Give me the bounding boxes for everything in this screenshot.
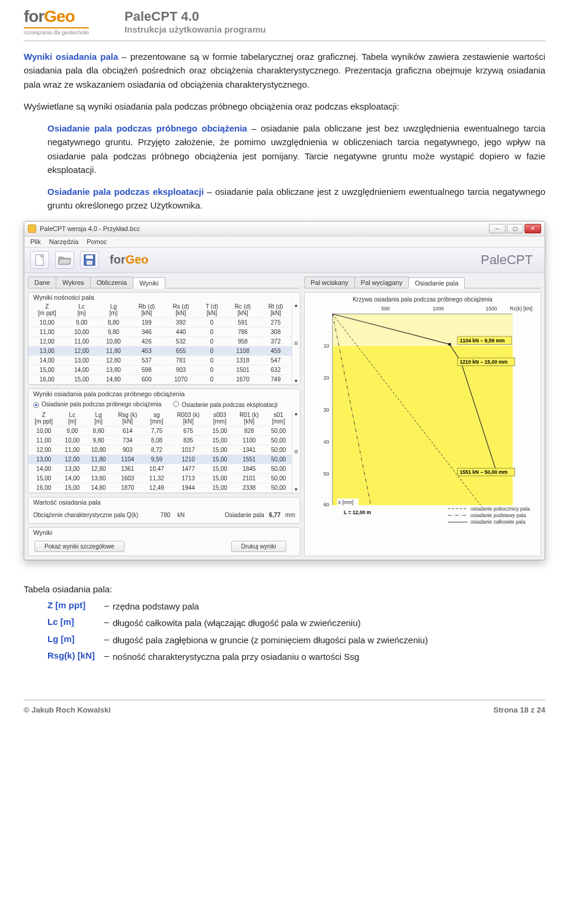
table-cell: 13,80: [98, 365, 130, 374]
minimize-button[interactable]: ─: [489, 224, 506, 233]
table-row[interactable]: 14,0013,0012,80136110,47147715,00184550,…: [28, 464, 292, 473]
tab-wyciagany[interactable]: Pal wyciągany: [354, 277, 409, 288]
table-row[interactable]: 13,0012,0011,8045365501108459: [28, 346, 292, 355]
table-row[interactable]: 12,0011,0010,804265320958372: [28, 336, 292, 346]
table-cell: 15,00: [28, 365, 66, 374]
table-cell: 14,00: [59, 473, 85, 483]
table-cell: 15,00: [207, 445, 233, 454]
window-title: PaleCPT wersja 4.0 - Przykład.bcc: [40, 225, 140, 232]
maximize-button[interactable]: ▢: [507, 224, 523, 233]
table-cell: 50,00: [266, 483, 292, 492]
menu-file[interactable]: Plik: [30, 238, 41, 245]
def-desc: nośność charakterystyczna pala przy osia…: [113, 650, 545, 664]
table1-scrollbar[interactable]: ▲≡▼: [292, 302, 300, 384]
table-cell: 655: [164, 346, 198, 355]
menu-help[interactable]: Pomoc: [87, 238, 107, 245]
tab-osiadanie[interactable]: Osiadanie pala: [408, 277, 465, 288]
def-term: Lg [m]: [24, 634, 101, 644]
details-button[interactable]: Pokaż wyniki szczegółowe: [34, 541, 124, 552]
table-cell: 9,59: [143, 454, 170, 464]
new-button[interactable]: [30, 251, 49, 269]
save-button[interactable]: [80, 251, 99, 269]
table-row[interactable]: 15,0014,0013,8059890301501632: [28, 365, 292, 374]
table-cell: 10,00: [66, 327, 98, 336]
toolbar-logo: forGeo: [110, 253, 149, 267]
y-tick-10: 10: [324, 343, 330, 349]
menubar: Plik Narzędzia Pomoc: [24, 236, 545, 248]
table-cell: 9,80: [98, 327, 130, 336]
floppy-icon: [84, 254, 95, 266]
subparagraph-2: Osiadanie pala podczas eksploatacji – os…: [47, 185, 545, 213]
def-dash: –: [101, 600, 113, 610]
table-cell: 0: [198, 327, 226, 336]
table-cell: 1108: [226, 346, 260, 355]
table-row[interactable]: 16,0015,0014,80187012,49194415,00233850,…: [28, 483, 292, 492]
table-row[interactable]: 11,0010,009,807348,0883515,00110050,00: [28, 435, 292, 445]
table-cell: 15,00: [207, 426, 233, 435]
table-cell: 1100: [233, 435, 266, 445]
table-row[interactable]: 10,009,008,806147,7567515,0082850,00: [28, 426, 292, 435]
table-cell: 734: [111, 435, 143, 445]
tab-dane[interactable]: Dane: [28, 277, 56, 288]
table-cell: 50,00: [266, 435, 292, 445]
table-cell: 1210: [170, 454, 207, 464]
table-cell: 50,00: [266, 445, 292, 454]
table-cell: 10,80: [98, 336, 130, 346]
svg-rect-3: [87, 261, 92, 265]
table-row[interactable]: 10,009,008,801993920591275: [28, 317, 292, 327]
table-nosnosc: Z[m ppt]Lc[m]Lg[m]Rb (d)[kN]Rs (d)[kN]T …: [28, 302, 292, 384]
table-cell: 8,80: [98, 317, 130, 327]
radio-eksploatacja[interactable]: Osiadanie pala podczas eksploatacji: [173, 401, 277, 408]
table-cell: 15,00: [207, 483, 233, 492]
tab-wykres[interactable]: Wykres: [56, 277, 91, 288]
table-cell: 675: [170, 426, 207, 435]
close-button[interactable]: ✕: [525, 224, 541, 233]
table-cell: 10,00: [59, 435, 85, 445]
open-button[interactable]: [55, 251, 74, 269]
table-cell: 15,00: [28, 473, 59, 483]
table-cell: 903: [164, 365, 198, 374]
table-cell: 346: [129, 327, 164, 336]
logo-sub: rozwiązania dla geotechniki: [24, 27, 89, 36]
radio-probne[interactable]: Osiadanie pala podczas próbnego obciążen…: [33, 401, 161, 408]
menu-tools[interactable]: Narzędzia: [49, 238, 79, 245]
table2-scrollbar[interactable]: ▲≡▼: [292, 410, 300, 493]
table-cell: 0: [198, 365, 226, 374]
table-row[interactable]: 12,0011,0010,809038,72101715,00134150,00: [28, 445, 292, 454]
col-header: Lg[m]: [98, 302, 130, 318]
table-cell: 392: [164, 317, 198, 327]
brand-label: PaleCPT: [481, 252, 539, 268]
table-row[interactable]: 14,0013,0012,8053778101318547: [28, 355, 292, 365]
doc-header: forGeo rozwiązania dla geotechniki PaleC…: [24, 0, 545, 41]
table-cell: 15,00: [207, 454, 233, 464]
group-nosnosc-title: Wyniki nośności pala: [28, 293, 300, 302]
def-desc: długość całkowita pala (włączając długoś…: [113, 617, 545, 630]
table-cell: 10,80: [85, 445, 111, 454]
titlebar: PaleCPT wersja 4.0 - Przykład.bcc ─ ▢ ✕: [24, 222, 545, 236]
tab-wciskany[interactable]: Pal wciskany: [304, 277, 355, 288]
legend-1: osiadanie pobocznicy pala: [471, 505, 530, 511]
def-term: Z [m ppt]: [24, 600, 101, 610]
def-row: Z [m ppt]–rzędna podstawy pala: [24, 600, 545, 614]
col-header: Z[m ppt]: [28, 302, 66, 318]
table-cell: 1501: [226, 365, 260, 374]
def-row: Rsg(k) [kN]–nośność charakterystyczna pa…: [24, 650, 545, 664]
table-cell: 1944: [170, 483, 207, 492]
logo: forGeo rozwiązania dla geotechniki: [24, 7, 101, 36]
table-cell: 632: [260, 365, 292, 374]
table-cell: 786: [226, 327, 260, 336]
x-tick-1000: 1000: [433, 306, 444, 312]
table-cell: 1477: [170, 464, 207, 473]
tab-wyniki[interactable]: Wyniki: [133, 277, 165, 288]
table-row[interactable]: 16,0015,0014,80600107001670749: [28, 374, 292, 384]
x-axis-label: Rc(k) [kN]: [510, 306, 532, 312]
print-button[interactable]: Drukuj wyniki: [231, 541, 286, 552]
table-row[interactable]: 11,0010,009,803464400786308: [28, 327, 292, 336]
logo-geo: Geo: [44, 7, 74, 25]
col-header: Rt (d)[kN]: [260, 302, 292, 318]
table-row[interactable]: 13,0012,0011,8011049,59121015,00155150,0…: [28, 454, 292, 464]
tab-obliczenia[interactable]: Obliczenia: [90, 277, 133, 288]
chart-annot-2: 1210 kN – 15,00 mm: [460, 358, 508, 364]
table-row[interactable]: 15,0014,0013,80160311,32171315,00210150,…: [28, 473, 292, 483]
table-cell: 372: [260, 336, 292, 346]
